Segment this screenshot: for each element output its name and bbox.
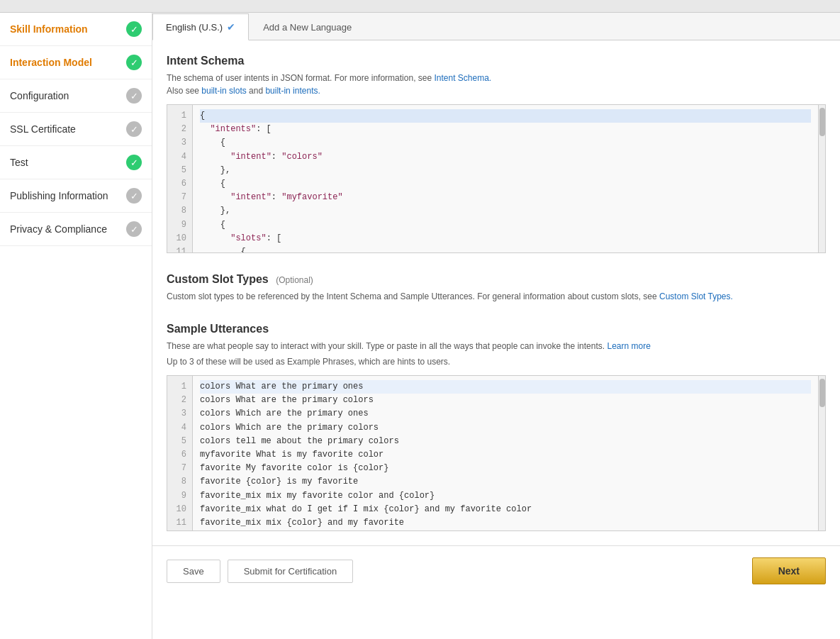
tab-add-language[interactable]: Add a New Language [250,15,364,40]
top-bar [0,0,840,13]
line-number: 1 [173,109,186,123]
code-line: }, [200,204,811,218]
sidebar-item-ssl-certificate[interactable]: SSL Certificate✓ [0,113,152,146]
sidebar-item-test[interactable]: Test✓ [0,146,152,179]
utterance-line: colors Which are the primary colors [200,421,811,435]
utterance-line: favorite {color} is my favorite [200,475,811,489]
intent-schema-desc3: and [247,86,266,96]
utterance-line-number: 6 [173,448,186,462]
intent-schema-link1[interactable]: Intent Schema. [434,73,491,83]
submit-certification-button[interactable]: Submit for Certification [228,560,354,583]
language-tabs: English (U.S.) ✔ Add a New Language [152,13,840,40]
custom-slot-optional: (Optional) [276,275,313,285]
sidebar: Skill Information✓Interaction Model✓Conf… [0,13,152,639]
sidebar-item-check-skill-information: ✓ [126,21,142,37]
utterance-line-number: 11 [173,516,186,530]
sidebar-item-check-test: ✓ [126,155,142,170]
sidebar-item-label-interaction-model: Interaction Model [10,57,92,68]
main-area: Skill Information✓Interaction Model✓Conf… [0,13,840,639]
utterance-line-number: 10 [173,503,186,516]
intent-schema-title: Intent Schema [167,55,826,67]
code-line: "intent": "colors" [200,150,811,164]
sidebar-item-check-privacy-compliance: ✓ [126,221,142,237]
utterances-code[interactable]: colors What are the primary onescolors W… [193,376,818,530]
custom-slot-title-text: Custom Slot Types [167,273,269,285]
utterance-line-number: 5 [173,435,186,448]
utterance-line: favorite_mix mix {color} and my favorite [200,516,811,530]
intent-schema-section: Intent Schema The schema of user intents… [167,55,826,253]
sample-utterances-desc1: These are what people say to interact wi… [167,341,607,351]
line-number: 10 [173,232,186,245]
utterance-line-number: 7 [173,462,186,475]
utterance-line-number: 2 [173,394,186,407]
sidebar-item-publishing-information[interactable]: Publishing Information✓ [0,179,152,213]
intent-schema-code[interactable]: { "intents": [ { "intent": "colors" }, {… [193,105,818,252]
line-number: 8 [173,204,186,218]
sidebar-item-label-skill-information: Skill Information [10,23,88,35]
sample-utterances-title: Sample Utterances [167,323,826,335]
intent-schema-scrollbar[interactable] [818,105,825,252]
utterance-line-number: 9 [173,489,186,503]
code-line: "intent": "myfavorite" [200,191,811,204]
tab-english-us-label: English (U.S.) [166,22,223,33]
code-line: { [200,136,811,150]
intent-schema-link2[interactable]: built-in slots [201,86,246,96]
sidebar-item-privacy-compliance[interactable]: Privacy & Compliance✓ [0,213,152,246]
code-line: { [200,218,811,232]
sidebar-item-check-publishing-information: ✓ [126,188,142,204]
intent-schema-scrollbar-thumb [819,108,825,136]
sample-utterances-desc: These are what people say to interact wi… [167,340,826,352]
utterance-line: favorite_mix what do I get if I mix {col… [200,503,811,516]
intent-schema-editor[interactable]: 1234567891011 { "intents": [ { "intent":… [167,104,826,253]
line-number: 4 [173,150,186,164]
utterance-line-number: 4 [173,421,186,435]
sidebar-item-interaction-model[interactable]: Interaction Model✓ [0,46,152,79]
utterances-scrollbar-thumb [819,379,825,407]
line-number: 6 [173,177,186,191]
custom-slot-desc: Custom slot types to be referenced by th… [167,290,826,303]
footer-left: Save Submit for Certification [167,560,353,583]
custom-slot-link[interactable]: Custom Slot Types. [659,291,733,301]
utterance-line: colors What are the primary colors [200,394,811,407]
sidebar-item-skill-information[interactable]: Skill Information✓ [0,13,152,46]
custom-slot-types-section: Custom Slot Types (Optional) Custom slot… [167,273,826,303]
utterance-line-number: 8 [173,475,186,489]
sidebar-item-check-configuration: ✓ [126,88,142,104]
sample-utterances-editor[interactable]: 1234567891011 colors What are the primar… [167,375,826,531]
app-container: Skill Information✓Interaction Model✓Conf… [0,0,840,639]
sample-utterances-section: Sample Utterances These are what people … [167,323,826,531]
utterance-line: colors tell me about the primary colors [200,435,811,448]
line-number: 9 [173,218,186,232]
sidebar-item-check-ssl-certificate: ✓ [126,121,142,137]
tab-english-us[interactable]: English (U.S.) ✔ [152,13,249,40]
code-line: "slots": [ [200,232,811,245]
sidebar-item-label-configuration: Configuration [10,90,69,101]
sidebar-item-configuration[interactable]: Configuration✓ [0,79,152,113]
sample-utterances-desc2: Up to 3 of these will be used as Example… [167,355,826,368]
content-area: English (U.S.) ✔ Add a New Language Inte… [152,13,840,639]
intent-schema-line-numbers: 1234567891011 [167,105,193,252]
intent-schema-desc: The schema of user intents in JSON forma… [167,72,826,97]
save-button[interactable]: Save [167,560,220,583]
utterance-line: favorite_mix mix my favorite color and {… [200,489,811,503]
code-line: { [200,109,811,123]
utterances-scrollbar[interactable] [818,376,825,530]
custom-slot-types-title: Custom Slot Types (Optional) [167,273,826,286]
sidebar-item-label-privacy-compliance: Privacy & Compliance [10,223,107,235]
line-number: 2 [173,123,186,136]
utterance-line: favorite My favorite color is {color} [200,462,811,475]
tab-add-language-label: Add a New Language [263,22,352,33]
next-button[interactable]: Next [752,557,826,584]
tab-check-icon: ✔ [227,21,235,33]
utterance-line-number: 1 [173,380,186,394]
utterance-line: colors Which are the primary ones [200,407,811,421]
code-line: "intents": [ [200,123,811,136]
intent-schema-link3[interactable]: built-in intents. [265,86,320,96]
utterance-line: colors What are the primary ones [200,380,811,394]
sidebar-item-label-publishing-information: Publishing Information [10,190,108,201]
utterances-line-numbers: 1234567891011 [167,376,193,530]
custom-slot-desc-text: Custom slot types to be referenced by th… [167,291,659,301]
intent-schema-desc2: Also see [167,86,201,96]
sample-utterances-link1[interactable]: Learn more [607,341,650,351]
sidebar-item-label-ssl-certificate: SSL Certificate [10,123,76,135]
